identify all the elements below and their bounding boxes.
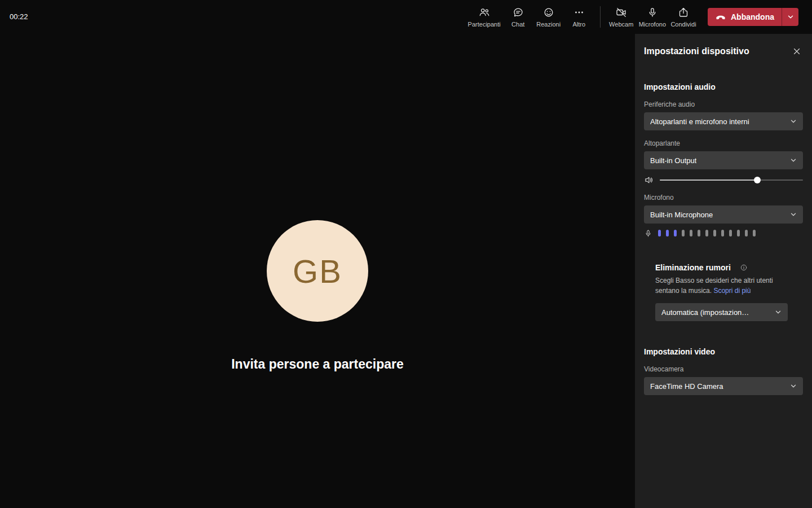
mic-level-bar bbox=[729, 230, 732, 237]
learn-more-link[interactable]: Scopri di più bbox=[713, 287, 751, 295]
more-button[interactable]: Altro bbox=[564, 0, 594, 34]
microphone-select[interactable]: Built-in Microphone bbox=[644, 205, 803, 224]
chevron-down-icon bbox=[790, 118, 797, 125]
avatar-initials: GB bbox=[293, 252, 342, 290]
webcam-label: Webcam bbox=[609, 21, 633, 28]
participants-label: Partecipanti bbox=[468, 21, 501, 28]
volume-slider-fill bbox=[660, 179, 757, 181]
reactions-button[interactable]: Reazioni bbox=[533, 0, 564, 34]
noise-suppression-select[interactable]: Automatica (impostazion… bbox=[655, 303, 788, 321]
mic-level-bar bbox=[690, 230, 692, 237]
mic-select-label: Microfono bbox=[644, 194, 803, 202]
audio-section-title: Impostazioni audio bbox=[644, 82, 803, 91]
mic-level-bar bbox=[682, 230, 685, 237]
microphone-icon bbox=[647, 7, 658, 18]
mic-level-meter bbox=[658, 230, 756, 237]
reactions-label: Reazioni bbox=[536, 21, 561, 28]
leave-label: Abbandona bbox=[731, 12, 774, 21]
mic-level-bar bbox=[737, 230, 740, 237]
meeting-topbar: 00:22 Partecipanti Chat Reazioni bbox=[0, 0, 812, 34]
volume-slider[interactable] bbox=[660, 177, 803, 183]
toolbar-divider bbox=[600, 6, 601, 28]
panel-title: Impostazioni dispositivo bbox=[644, 46, 749, 56]
noise-suppression-value: Automatica (impostazion… bbox=[661, 308, 749, 317]
mic-level-bar bbox=[713, 230, 716, 237]
volume-row bbox=[644, 176, 803, 185]
speaker-select[interactable]: Built-in Output bbox=[644, 151, 803, 169]
mic-level-icon bbox=[644, 229, 652, 238]
chevron-down-icon bbox=[790, 383, 797, 389]
camera-label: Videocamera bbox=[644, 365, 803, 373]
meeting-stage: GB Invita persone a partecipare bbox=[0, 34, 635, 508]
invite-heading: Invita persone a partecipare bbox=[0, 357, 635, 372]
mic-level-bar bbox=[705, 230, 708, 237]
noise-suppression-title: Eliminazione rumori bbox=[655, 263, 731, 272]
speaker-label: Altoparlante bbox=[644, 139, 803, 147]
microphone-value: Built-in Microphone bbox=[650, 211, 713, 219]
mic-level-bar bbox=[666, 230, 669, 237]
participants-button[interactable]: Partecipanti bbox=[466, 0, 503, 34]
mic-level-bar bbox=[674, 230, 677, 237]
share-icon bbox=[678, 7, 689, 18]
noise-suppression-description: Scegli Basso se desideri che altri utent… bbox=[655, 275, 784, 296]
microphone-toggle-button[interactable]: Microfono bbox=[637, 0, 668, 34]
close-panel-button[interactable] bbox=[791, 45, 803, 58]
panel-header: Impostazioni dispositivo bbox=[644, 45, 803, 58]
ellipsis-icon bbox=[573, 7, 585, 18]
audio-devices-value: Altoparlanti e microfono interni bbox=[650, 117, 749, 126]
close-icon bbox=[792, 46, 802, 56]
mic-level-bar bbox=[721, 230, 724, 237]
leave-button-group: Abbandona bbox=[708, 8, 798, 26]
volume-slider-handle[interactable] bbox=[754, 177, 761, 183]
reaction-icon bbox=[543, 7, 554, 18]
avatar: GB bbox=[267, 220, 368, 322]
chevron-down-icon bbox=[790, 157, 797, 164]
mic-level-bar bbox=[658, 230, 661, 237]
video-section-title: Impostazioni video bbox=[644, 347, 803, 356]
share-button[interactable]: Condividi bbox=[668, 0, 699, 34]
chat-label: Chat bbox=[511, 21, 524, 28]
hangup-icon bbox=[715, 11, 726, 23]
camera-value: FaceTime HD Camera bbox=[650, 382, 723, 391]
audio-devices-label: Periferiche audio bbox=[644, 100, 803, 108]
chat-icon bbox=[513, 7, 524, 18]
mic-level-row bbox=[644, 229, 803, 237]
chat-button[interactable]: Chat bbox=[503, 0, 533, 34]
more-label: Altro bbox=[572, 21, 585, 28]
mic-level-bar bbox=[753, 230, 756, 237]
device-settings-panel: Impostazioni dispositivo Impostazioni au… bbox=[635, 34, 812, 508]
mic-level-bar bbox=[698, 230, 700, 237]
chevron-down-icon bbox=[787, 14, 794, 20]
people-icon bbox=[479, 7, 490, 18]
webcam-toggle-button[interactable]: Webcam bbox=[606, 0, 637, 34]
leave-button[interactable]: Abbandona bbox=[708, 8, 782, 26]
meeting-timer: 00:22 bbox=[10, 12, 28, 21]
toolbar: Partecipanti Chat Reazioni Altro bbox=[466, 0, 798, 34]
leave-options-button[interactable] bbox=[782, 8, 798, 26]
chevron-down-icon bbox=[775, 309, 782, 316]
mic-level-bar bbox=[745, 230, 748, 237]
microphone-label: Microfono bbox=[639, 21, 666, 28]
info-icon[interactable] bbox=[740, 264, 748, 271]
camera-select[interactable]: FaceTime HD Camera bbox=[644, 377, 803, 395]
share-label: Condividi bbox=[670, 21, 696, 28]
audio-devices-select[interactable]: Altoparlanti e microfono interni bbox=[644, 112, 803, 130]
noise-suppression-block: Eliminazione rumori Scegli Basso se desi… bbox=[655, 263, 803, 321]
chevron-down-icon bbox=[790, 211, 797, 218]
speaker-volume-icon bbox=[644, 175, 654, 185]
speaker-value: Built-in Output bbox=[650, 156, 696, 165]
camera-off-icon bbox=[616, 7, 627, 18]
